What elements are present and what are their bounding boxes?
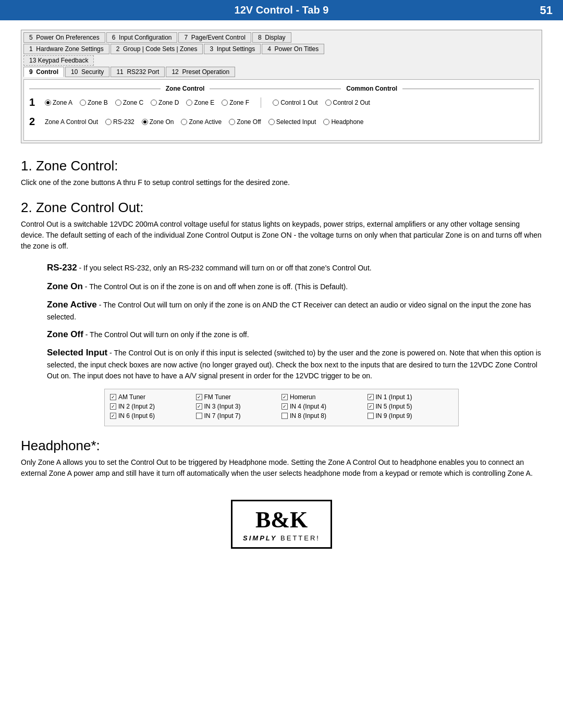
input-cell-am: AM Tuner bbox=[110, 393, 196, 401]
radio-selected-input[interactable]: Selected Input bbox=[268, 118, 316, 126]
logo-text: B&K bbox=[243, 507, 320, 533]
selected-input-text: The Control Out is on only if this input… bbox=[47, 349, 541, 380]
radio-control2-circle[interactable] bbox=[325, 100, 332, 106]
tab-group-code[interactable]: 2 Group | Code Sets | Zones bbox=[111, 44, 203, 54]
checkbox-in8[interactable] bbox=[282, 413, 288, 419]
zone-control-title: 1. Zone Control: bbox=[21, 158, 542, 174]
zone-on-text: The Control Out is on if the zone is on … bbox=[89, 282, 348, 291]
tab-row-2: 1 Hardware Zone Settings 2 Group | Code … bbox=[23, 44, 540, 54]
label-in6: IN 6 (Input 6) bbox=[118, 412, 155, 419]
common-control-label: Common Control bbox=[341, 85, 402, 92]
control-row-2: 2 Zone A Control Out RS-232 Zone On Zone… bbox=[29, 116, 534, 128]
radio-selected-input-label: Selected Input bbox=[276, 118, 316, 126]
radio-headphone-circle[interactable] bbox=[323, 119, 329, 125]
input-cell-in8: IN 8 (Input 8) bbox=[282, 412, 368, 419]
radio-control1-out[interactable]: Control 1 Out bbox=[273, 99, 317, 106]
radio-zone-f[interactable]: Zone F bbox=[222, 99, 249, 106]
zone-active-term: Zone Active bbox=[47, 300, 97, 310]
label-in8: IN 8 (Input 8) bbox=[290, 412, 326, 419]
label-in4: IN 4 (Input 4) bbox=[290, 403, 326, 410]
radio-zone-active-circle[interactable] bbox=[181, 119, 187, 125]
tab-input-config[interactable]: 6 Input Configuration bbox=[106, 32, 178, 43]
label-in7: IN 7 (Input 7) bbox=[204, 412, 241, 419]
input-cell-fm: FM Tuner bbox=[196, 393, 282, 401]
radio-zone-e-circle[interactable] bbox=[186, 100, 192, 106]
checkbox-in5[interactable] bbox=[368, 403, 374, 410]
tab-preset-op[interactable]: 12 Preset Operation bbox=[166, 67, 235, 77]
zone-control-out-title: 2. Zone Control Out: bbox=[21, 200, 542, 216]
radio-control2-label: Control 2 Out bbox=[333, 99, 370, 106]
radio-zone-on-label: Zone On bbox=[150, 118, 174, 126]
radio-zone-e[interactable]: Zone E bbox=[186, 99, 214, 106]
checkbox-fm[interactable] bbox=[196, 394, 202, 400]
radio-zone-c[interactable]: Zone C bbox=[115, 99, 143, 106]
tab-power-on-prefs[interactable]: 5 Power On Preferences bbox=[23, 32, 105, 43]
radio-zone-active[interactable]: Zone Active bbox=[181, 118, 222, 126]
label-in9: IN 9 (Input 9) bbox=[376, 412, 412, 419]
input-cell-in5: IN 5 (Input 5) bbox=[368, 403, 454, 410]
tab-page-event[interactable]: 7 Page/Event Control bbox=[178, 32, 251, 43]
radio-zone-b-circle[interactable] bbox=[80, 100, 86, 106]
logo-tagline: Simply Better! bbox=[243, 534, 320, 542]
tab-hardware-zone[interactable]: 1 Hardware Zone Settings bbox=[23, 44, 109, 54]
input-cell-in2: IN 2 (Input 2) bbox=[110, 403, 196, 410]
radio-headphone[interactable]: Headphone bbox=[323, 118, 363, 126]
tab-rs232[interactable]: 11 RS232 Port bbox=[111, 67, 165, 77]
logo-b: B bbox=[255, 507, 271, 533]
radio-zone-b[interactable]: Zone B bbox=[80, 99, 108, 106]
tab-control[interactable]: 9 Control bbox=[23, 67, 64, 77]
radio-control1-circle[interactable] bbox=[273, 100, 279, 106]
tab-display[interactable]: 8 Display bbox=[252, 32, 291, 43]
tab-power-on-titles[interactable]: 4 Power On Titles bbox=[262, 44, 324, 54]
tab-input-settings[interactable]: 3 Input Settings bbox=[204, 44, 261, 54]
tab-security[interactable]: 10 Security bbox=[65, 67, 109, 77]
radio-zone-a[interactable]: Zone A bbox=[45, 99, 72, 106]
radio-control2-out[interactable]: Control 2 Out bbox=[325, 99, 370, 106]
checkbox-in4[interactable] bbox=[282, 403, 288, 410]
radio-zone-d-circle[interactable] bbox=[151, 100, 157, 106]
radio-zone-d[interactable]: Zone D bbox=[151, 99, 179, 106]
radio-selected-input-circle[interactable] bbox=[268, 119, 275, 125]
radio-zone-off-circle[interactable] bbox=[229, 119, 235, 125]
zone-header-row: Zone Control Common Control bbox=[29, 85, 534, 92]
zone-control-label: Zone Control bbox=[161, 85, 210, 92]
radio-zone-a-circle[interactable] bbox=[45, 100, 51, 106]
radio-zone-c-circle[interactable] bbox=[115, 100, 121, 106]
tab-keypad-feedback[interactable]: 13 Keypad Feedback bbox=[23, 55, 94, 66]
rs232-sep: - bbox=[79, 264, 84, 272]
logo-amp: & bbox=[271, 507, 290, 533]
label-am: AM Tuner bbox=[118, 393, 145, 401]
row1-number: 1 bbox=[29, 96, 40, 108]
page-number: 51 bbox=[540, 4, 553, 17]
label-homerun: Homerun bbox=[290, 393, 315, 401]
input-table-row-2: IN 2 (Input 2) IN 3 (Input 3) IN 4 (Inpu… bbox=[110, 403, 453, 410]
checkbox-in7[interactable] bbox=[196, 413, 202, 419]
checkbox-in9[interactable] bbox=[368, 413, 374, 419]
zone-radio-group: Zone A Zone B Zone C Zone D bbox=[45, 97, 370, 108]
vertical-divider-1 bbox=[261, 97, 261, 108]
radio-control1-label: Control 1 Out bbox=[280, 99, 317, 106]
checkbox-in6[interactable] bbox=[110, 413, 116, 419]
radio-zone-off-label: Zone Off bbox=[237, 118, 261, 126]
checkbox-homerun[interactable] bbox=[282, 394, 288, 400]
selected-input-term: Selected Input bbox=[47, 348, 107, 357]
zone-off-text: The Control Out will turn on only if the… bbox=[90, 330, 249, 339]
checkbox-am[interactable] bbox=[110, 394, 116, 400]
tab-row-3: 13 Keypad Feedback bbox=[23, 55, 540, 66]
sub-entry-zone-off: Zone Off - The Control Out will turn on … bbox=[47, 328, 542, 341]
radio-zone-on[interactable]: Zone On bbox=[142, 118, 174, 126]
radio-zone-f-circle[interactable] bbox=[222, 100, 228, 106]
input-cell-in6: IN 6 (Input 6) bbox=[110, 412, 196, 419]
checkbox-in3[interactable] bbox=[196, 403, 202, 410]
zone-on-term: Zone On bbox=[47, 281, 83, 291]
logo-box: B&K Simply Better! bbox=[231, 500, 332, 549]
radio-zone-on-circle[interactable] bbox=[142, 119, 148, 125]
checkbox-in2[interactable] bbox=[110, 403, 116, 410]
input-cell-in7: IN 7 (Input 7) bbox=[196, 412, 282, 419]
checkbox-in1[interactable] bbox=[368, 394, 374, 400]
radio-zone-off[interactable]: Zone Off bbox=[229, 118, 261, 126]
radio-rs232-circle[interactable] bbox=[105, 119, 112, 125]
radio-rs232[interactable]: RS-232 bbox=[105, 118, 134, 126]
input-table-row-1: AM Tuner FM Tuner Homerun IN 1 (Input 1) bbox=[110, 393, 453, 401]
tab-row-1: 5 Power On Preferences 6 Input Configura… bbox=[23, 32, 540, 43]
